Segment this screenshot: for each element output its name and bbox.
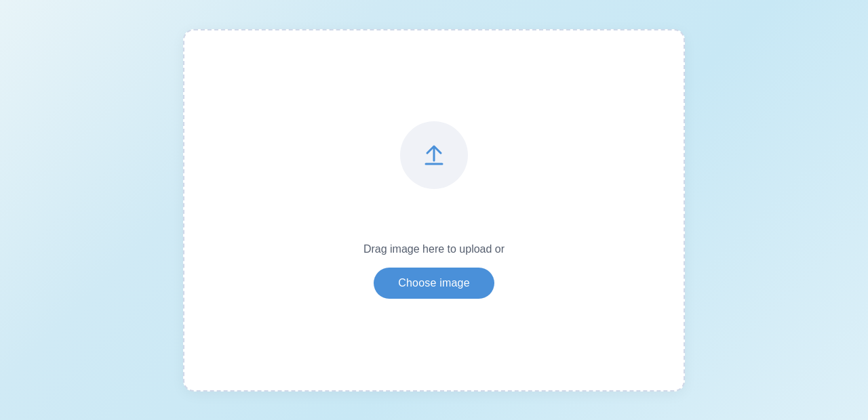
upload-dropzone[interactable]: Drag image here to upload or Choose imag… bbox=[183, 29, 685, 392]
drag-text: Drag image here to upload or bbox=[363, 243, 505, 255]
upload-icon-container bbox=[400, 121, 468, 189]
choose-image-button[interactable]: Choose image bbox=[374, 268, 494, 299]
upload-icon bbox=[420, 142, 448, 169]
